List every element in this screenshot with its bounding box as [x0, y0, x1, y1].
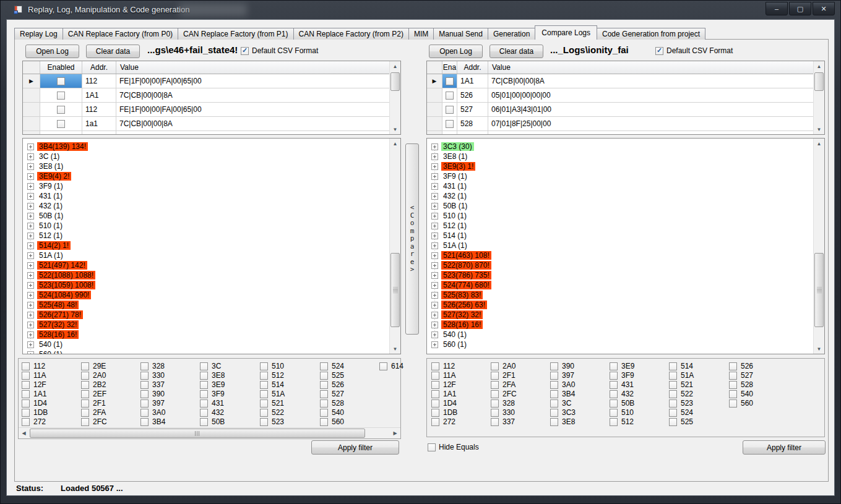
expand-plus-icon[interactable] [431, 262, 438, 269]
filter-checkbox[interactable] [669, 418, 677, 426]
filter-checkbox-item[interactable]: 514 [260, 380, 285, 389]
enabled-checkbox[interactable] [446, 77, 454, 85]
scroll-left-icon[interactable]: ◀ [19, 428, 29, 438]
enabled-cell[interactable] [40, 131, 82, 135]
filter-checkbox[interactable] [81, 372, 89, 380]
enabled-cell[interactable] [442, 131, 457, 135]
expand-plus-icon[interactable] [27, 322, 34, 328]
tree-item[interactable]: 50B (1) [429, 201, 814, 211]
filter-checkbox-item[interactable]: 3C [200, 362, 225, 370]
expand-plus-icon[interactable] [431, 242, 438, 249]
minimize-button[interactable]: – [766, 2, 788, 15]
filter-checkbox-item[interactable]: 390 [140, 390, 165, 398]
filter-checkbox[interactable] [320, 372, 328, 380]
filter-checkbox-item[interactable]: 522 [669, 390, 694, 398]
enabled-checkbox[interactable] [446, 92, 454, 100]
tree-item[interactable]: 3F9 (1) [25, 181, 390, 191]
table-row[interactable]: 52807|01|8F|25|00|00 [427, 117, 814, 131]
tree-item[interactable]: 3E9(3) 1! [429, 161, 814, 171]
tree-item[interactable]: 560 (1) [429, 340, 814, 349]
filter-checkbox[interactable] [550, 399, 558, 408]
filter-checkbox[interactable] [431, 390, 439, 398]
tab-replay-log[interactable]: Replay Log [14, 28, 63, 40]
vscroll-thumb[interactable] [390, 253, 400, 327]
filter-checkbox-item[interactable]: 2F1 [491, 371, 517, 380]
filter-checkbox-item[interactable]: 397 [550, 371, 576, 380]
left-open-log-button[interactable]: Open Log [25, 45, 79, 58]
expand-plus-icon[interactable] [27, 282, 34, 289]
tree-item[interactable]: 527(32) 32! [25, 320, 390, 330]
filter-checkbox-item[interactable]: 1A1 [431, 390, 457, 398]
row-selector-cell[interactable] [23, 131, 40, 135]
filter-checkbox[interactable] [550, 362, 558, 370]
filter-checkbox-item[interactable]: 12F [431, 380, 457, 389]
tab-code-generation-from-project[interactable]: Code Generation from project [597, 28, 705, 40]
tree-item[interactable]: 3E8 (1) [25, 161, 390, 171]
table-row[interactable]: 1A17C|CB|00|00|8A [23, 88, 390, 103]
scroll-up-icon[interactable]: ▲ [390, 61, 400, 71]
enabled-checkbox[interactable] [57, 92, 65, 100]
hide-equals-checkbox[interactable] [428, 443, 436, 451]
filter-checkbox-item[interactable]: 510 [260, 362, 285, 370]
expand-plus-icon[interactable] [27, 233, 34, 239]
filter-checkbox-item[interactable]: 2FA [81, 408, 107, 417]
row-selector-cell[interactable] [427, 117, 442, 130]
scroll-down-icon[interactable]: ▼ [814, 344, 824, 354]
filter-checkbox-item[interactable]: 337 [140, 380, 165, 389]
filter-checkbox-item[interactable]: 328 [140, 362, 165, 370]
expand-plus-icon[interactable] [27, 163, 34, 170]
tree-vscrollbar[interactable]: ▲▼ [389, 139, 400, 354]
filter-checkbox[interactable] [431, 409, 439, 417]
expand-plus-icon[interactable] [431, 282, 438, 289]
filter-checkbox-item[interactable]: 540 [320, 408, 344, 417]
maximize-button[interactable]: ▢ [789, 2, 811, 15]
filter-checkbox[interactable] [320, 399, 328, 408]
filter-checkbox[interactable] [610, 418, 618, 426]
filter-checkbox[interactable] [260, 362, 268, 370]
expand-plus-icon[interactable] [431, 153, 438, 160]
close-button[interactable]: ✕ [813, 2, 835, 15]
hscroll-thumb[interactable] [30, 429, 365, 438]
filter-checkbox-item[interactable]: 51A [260, 390, 285, 398]
tree-item[interactable]: 560 (1) [25, 349, 390, 354]
filter-checkbox[interactable] [320, 418, 328, 426]
enabled-checkbox[interactable] [446, 120, 454, 128]
expand-plus-icon[interactable] [431, 163, 438, 170]
filter-checkbox[interactable] [140, 399, 149, 408]
tree-item[interactable]: 527(32) 32! [429, 310, 814, 320]
filter-checkbox-item[interactable]: 11A [22, 371, 48, 380]
filter-checkbox-item[interactable]: 2FA [491, 380, 517, 389]
scroll-down-icon[interactable]: ▼ [814, 124, 824, 134]
filter-checkbox[interactable] [260, 381, 268, 389]
enabled-checkbox[interactable] [446, 134, 454, 135]
filter-checkbox-item[interactable]: 510 [610, 408, 634, 417]
filter-checkbox[interactable] [22, 409, 30, 417]
filter-checkbox[interactable] [320, 390, 328, 398]
tree-item[interactable]: 521(463) 108! [429, 250, 814, 260]
vscroll-thumb[interactable] [814, 72, 824, 91]
table-row[interactable]: 52706|01|A3|43|01|00 [427, 103, 814, 117]
right-compare-tree[interactable]: 3C3 (30)3E8 (1)3E9(3) 1!3F9 (1)431 (1)43… [426, 138, 825, 354]
filter-checkbox-item[interactable]: 3E9 [200, 380, 225, 389]
expand-plus-icon[interactable] [27, 262, 34, 269]
tree-item[interactable]: 524(774) 680! [429, 280, 814, 290]
filter-checkbox[interactable] [669, 390, 677, 398]
filter-checkbox-item[interactable]: 3A0 [550, 380, 576, 389]
expand-plus-icon[interactable] [27, 183, 34, 190]
filter-checkbox-item[interactable]: 50B [610, 399, 634, 408]
expand-plus-icon[interactable] [431, 233, 438, 239]
filter-checkbox[interactable] [491, 372, 499, 380]
table-row[interactable]: 52605|01|00|00|00|00 [427, 88, 814, 103]
filter-checkbox[interactable] [610, 381, 618, 389]
filter-checkbox-item[interactable]: 2FC [491, 390, 517, 398]
filter-checkbox-item[interactable]: 523 [669, 399, 694, 408]
enabled-checkbox[interactable] [57, 77, 65, 85]
filter-checkbox-item[interactable]: 2FC [81, 417, 107, 426]
filter-checkbox[interactable] [550, 372, 558, 380]
filter-checkbox[interactable] [320, 409, 328, 417]
left-apply-filter-button[interactable]: Apply filter [311, 440, 399, 455]
left-log-grid[interactable]: EnabledAddr.Value▶112FE|1F|00|00|FA|00|6… [22, 61, 401, 135]
expand-plus-icon[interactable] [27, 213, 34, 220]
enabled-cell[interactable] [40, 74, 82, 88]
filter-checkbox-item[interactable]: 512 [260, 371, 285, 380]
